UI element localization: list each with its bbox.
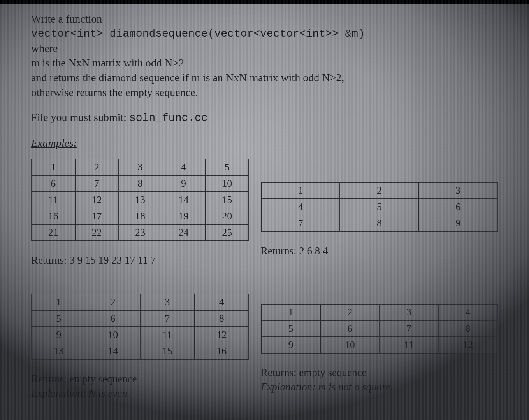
table-row: 1 2 3 xyxy=(261,182,497,199)
example-2-returns: Returns: 2 6 8 4 xyxy=(261,245,498,257)
example-2-matrix: 1 2 3 4 5 6 7 8 9 xyxy=(261,182,498,232)
table-row: 1 2 3 4 xyxy=(32,294,249,310)
submit-prefix: File you must submit: xyxy=(31,111,129,123)
matrix-cell: 9 xyxy=(261,337,320,353)
matrix-cell: 3 xyxy=(380,304,439,320)
example-1: 1 2 3 4 5 6 7 8 9 10 11 12 13 14 xyxy=(31,159,249,266)
matrix-cell: 1 xyxy=(261,182,340,199)
example-4-returns: Returns: empty sequence xyxy=(261,367,498,379)
matrix-cell: 6 xyxy=(32,175,75,192)
example-4-matrix: 1 2 3 4 5 6 7 8 9 10 11 12 xyxy=(261,304,498,354)
table-row: 5 6 7 8 xyxy=(32,310,249,327)
matrix-cell: 7 xyxy=(261,215,340,231)
example-1-matrix: 1 2 3 4 5 6 7 8 9 10 11 12 13 14 xyxy=(31,159,249,241)
matrix-cell: 20 xyxy=(205,208,249,224)
matrix-cell: 8 xyxy=(118,175,162,192)
matrix-cell: 5 xyxy=(205,159,249,175)
matrix-cell: 4 xyxy=(162,159,206,175)
explanation-label: Explanation: xyxy=(261,381,316,393)
matrix-cell: 14 xyxy=(86,343,141,359)
matrix-cell: 3 xyxy=(419,182,497,199)
matrix-cell: 11 xyxy=(140,327,195,343)
table-row: 1 2 3 4 5 xyxy=(32,159,249,175)
matrix-cell: 10 xyxy=(86,327,141,343)
table-row: 11 12 13 14 15 xyxy=(32,192,249,208)
example-4: 1 2 3 4 5 6 7 8 9 10 11 12 xyxy=(261,294,498,399)
matrix-cell: 3 xyxy=(118,159,162,175)
matrix-cell: 16 xyxy=(32,208,75,224)
example-3-explanation: Explanation: N is even. xyxy=(31,387,249,399)
explanation-body: N is even. xyxy=(89,387,130,399)
prompt-line-6: otherwise returns the empty sequence. xyxy=(31,85,498,100)
returns-label: Returns: xyxy=(261,245,297,257)
prompt-line-5: and returns the diamond sequence if m is… xyxy=(31,70,498,85)
matrix-cell: 15 xyxy=(140,343,195,359)
matrix-cell: 12 xyxy=(195,327,249,343)
matrix-cell: 8 xyxy=(438,320,497,337)
table-row: 9 10 11 12 xyxy=(32,327,249,343)
example-3-matrix: 1 2 3 4 5 6 7 8 9 10 11 12 xyxy=(31,294,249,360)
matrix-cell: 8 xyxy=(195,310,249,327)
table-row: 16 17 18 19 20 xyxy=(32,208,249,224)
matrix-cell: 8 xyxy=(340,215,418,231)
matrix-cell: 9 xyxy=(419,215,497,231)
submit-filename: soln_func.cc xyxy=(129,112,208,124)
function-signature: vector<int> diamondsequence(vector<vecto… xyxy=(31,26,498,41)
matrix-cell: 4 xyxy=(261,199,340,215)
submit-line: File you must submit: soln_func.cc xyxy=(31,110,498,126)
matrix-cell: 11 xyxy=(32,192,75,208)
returns-value: empty sequence xyxy=(69,373,137,385)
returns-value: 3 9 15 19 23 17 11 7 xyxy=(69,254,156,266)
table-row: 5 6 7 8 xyxy=(261,320,497,337)
matrix-cell: 6 xyxy=(320,320,380,337)
matrix-cell: 15 xyxy=(205,192,249,208)
matrix-cell: 10 xyxy=(205,175,249,192)
matrix-cell: 5 xyxy=(261,320,320,337)
returns-label: Returns: xyxy=(31,373,67,385)
matrix-cell: 7 xyxy=(380,320,439,337)
example-4-explanation: Explanation: m is not a square. xyxy=(261,381,498,393)
matrix-cell: 1 xyxy=(32,159,75,175)
matrix-cell: 10 xyxy=(320,337,380,353)
example-3-returns: Returns: empty sequence xyxy=(31,373,249,385)
matrix-cell: 13 xyxy=(32,343,86,359)
returns-label: Returns: xyxy=(31,254,67,266)
example-2: 1 2 3 4 5 6 7 8 9 Returns: 2 6 8 4 xyxy=(261,159,498,266)
returns-value: empty sequence xyxy=(299,367,366,378)
matrix-cell: 2 xyxy=(320,304,380,320)
matrix-cell: 1 xyxy=(261,304,320,320)
matrix-cell: 9 xyxy=(32,327,86,343)
matrix-cell: 11 xyxy=(380,337,439,353)
matrix-cell: 2 xyxy=(86,294,141,310)
matrix-cell: 23 xyxy=(118,224,162,241)
prompt-line-3: where xyxy=(31,41,498,56)
matrix-cell: 25 xyxy=(205,224,249,241)
matrix-cell: 1 xyxy=(32,294,86,310)
table-row: 9 10 11 12 xyxy=(261,337,497,353)
table-row: 4 5 6 xyxy=(261,199,497,215)
explanation-body: m is not a square. xyxy=(318,381,393,393)
matrix-cell: 16 xyxy=(195,343,249,359)
matrix-cell: 14 xyxy=(162,192,206,208)
matrix-cell: 4 xyxy=(438,304,497,320)
prompt-line-4: m is the NxN matrix with odd N>2 xyxy=(31,56,498,70)
problem-page: Write a function vector<int> diamondsequ… xyxy=(0,0,529,420)
matrix-cell: 17 xyxy=(75,208,119,224)
matrix-cell: 22 xyxy=(75,224,119,241)
returns-label: Returns: xyxy=(261,367,297,378)
matrix-cell: 9 xyxy=(162,175,206,192)
returns-value: 2 6 8 4 xyxy=(299,245,328,257)
matrix-cell: 12 xyxy=(438,337,497,353)
matrix-cell: 24 xyxy=(162,224,206,241)
problem-statement: Write a function vector<int> diamondsequ… xyxy=(31,12,498,150)
prompt-line-1: Write a function xyxy=(31,12,498,26)
example-3: 1 2 3 4 5 6 7 8 9 10 11 12 xyxy=(31,294,249,399)
matrix-cell: 19 xyxy=(162,208,206,224)
explanation-label: Explanation: xyxy=(31,387,86,399)
examples-heading: Examples: xyxy=(31,136,498,150)
matrix-cell: 2 xyxy=(340,182,418,199)
table-row: 13 14 15 16 xyxy=(32,343,249,359)
matrix-cell: 5 xyxy=(32,310,86,327)
matrix-cell: 6 xyxy=(86,310,141,327)
matrix-cell: 4 xyxy=(195,294,249,310)
